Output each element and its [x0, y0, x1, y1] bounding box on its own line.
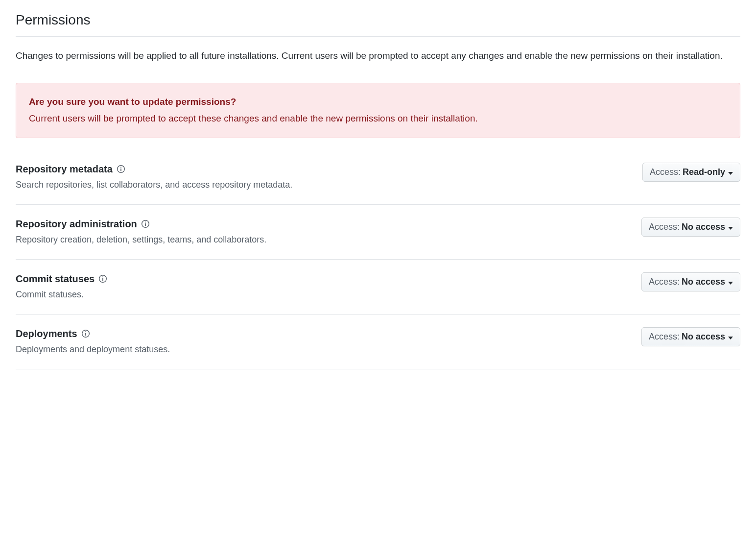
permission-name-line: Deployments — [16, 326, 632, 341]
permission-row-commit-statuses: Commit statuses Commit statuses. Access:… — [16, 260, 740, 315]
access-value: No access — [682, 222, 725, 232]
access-value: No access — [682, 277, 725, 287]
flash-body: Current users will be prompted to accept… — [29, 111, 727, 126]
svg-point-5 — [145, 222, 146, 223]
flash-warning: Are you sure you want to update permissi… — [16, 83, 740, 138]
permission-name: Repository metadata — [16, 162, 113, 176]
permission-description: Deployments and deployment statuses. — [16, 343, 632, 356]
svg-point-11 — [85, 332, 86, 333]
permission-name: Repository administration — [16, 217, 137, 231]
permission-info: Deployments Deployments and deployment s… — [16, 326, 641, 356]
permission-description: Commit statuses. — [16, 288, 632, 301]
page-title: Permissions — [16, 10, 740, 37]
permission-name: Commit statuses — [16, 271, 94, 286]
caret-down-icon — [728, 167, 733, 177]
access-dropdown-repository-administration[interactable]: Access: No access — [641, 218, 740, 237]
access-label: Access: — [650, 167, 681, 177]
permission-row-repository-metadata: Repository metadata Search repositories,… — [16, 162, 740, 205]
flash-title: Are you sure you want to update permissi… — [29, 95, 727, 109]
permission-info: Commit statuses Commit statuses. — [16, 271, 641, 301]
access-value: Read-only — [683, 167, 725, 177]
info-icon[interactable] — [141, 219, 150, 228]
access-dropdown-repository-metadata[interactable]: Access: Read-only — [642, 163, 740, 182]
caret-down-icon — [728, 277, 733, 287]
permission-name-line: Repository metadata — [16, 162, 633, 176]
info-icon[interactable] — [117, 165, 125, 173]
svg-point-8 — [102, 277, 103, 278]
permission-row-repository-administration: Repository administration Repository cre… — [16, 205, 740, 260]
permission-info: Repository administration Repository cre… — [16, 217, 641, 246]
permission-name: Deployments — [16, 326, 77, 341]
permission-name-line: Repository administration — [16, 217, 632, 231]
info-icon[interactable] — [81, 329, 90, 338]
caret-down-icon — [728, 222, 733, 232]
access-dropdown-commit-statuses[interactable]: Access: No access — [641, 272, 740, 291]
permission-name-line: Commit statuses — [16, 271, 632, 286]
permission-description: Repository creation, deletion, settings,… — [16, 233, 632, 246]
permission-info: Repository metadata Search repositories,… — [16, 162, 642, 192]
access-label: Access: — [649, 222, 680, 232]
access-dropdown-deployments[interactable]: Access: No access — [641, 327, 740, 346]
permission-description: Search repositories, list collaborators,… — [16, 178, 633, 192]
permissions-description: Changes to permissions will be applied t… — [16, 48, 740, 63]
permission-row-deployments: Deployments Deployments and deployment s… — [16, 315, 740, 369]
svg-point-2 — [120, 167, 121, 168]
access-label: Access: — [649, 277, 680, 287]
permission-list: Repository metadata Search repositories,… — [16, 162, 740, 369]
caret-down-icon — [728, 332, 733, 342]
access-value: No access — [682, 332, 725, 342]
access-label: Access: — [649, 332, 680, 342]
info-icon[interactable] — [98, 274, 107, 283]
